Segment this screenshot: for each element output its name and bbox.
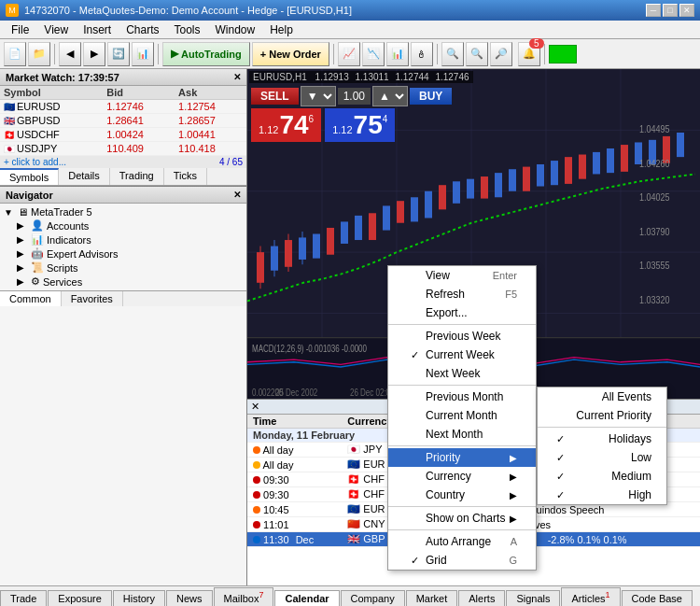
neworder-button[interactable]: + New Order <box>252 42 329 66</box>
market-watch-close[interactable]: ✕ <box>233 72 241 82</box>
menu-item-showcharts[interactable]: Show on Charts ▶ <box>388 509 536 528</box>
market-watch-row[interactable]: 🇨🇭USDCHF 1.00424 1.00441 <box>0 128 246 142</box>
close-button[interactable]: ✕ <box>679 4 694 17</box>
menu-file[interactable]: File <box>4 21 36 38</box>
nav-tab-favorites[interactable]: Favorites <box>62 291 123 306</box>
mw-tab-ticks[interactable]: Ticks <box>164 168 207 185</box>
toolbar-btn-3[interactable]: 🔄 <box>107 42 130 66</box>
toolbar-sep-4 <box>437 44 438 64</box>
bottom-tab-exposure[interactable]: Exposure <box>48 590 111 606</box>
nav-item-indicators[interactable]: ▶📊Indicators <box>2 233 245 247</box>
menu-charts[interactable]: Charts <box>119 21 166 38</box>
submenu-arrow: ▶ <box>510 472 517 482</box>
menu-item-nextweek[interactable]: Next Week <box>388 364 536 383</box>
mw-tab-details[interactable]: Details <box>59 168 110 185</box>
menu-item-priority[interactable]: Priority ▶ <box>388 448 536 467</box>
mw-tab-trading[interactable]: Trading <box>110 168 164 185</box>
menu-item-currmonth[interactable]: Current Month <box>388 406 536 425</box>
left-panel: Market Watch: 17:39:57 ✕ Symbol Bid Ask … <box>0 69 247 585</box>
toolbar-forward[interactable]: ▶ <box>83 42 105 66</box>
toolbar-chart-4[interactable]: 🕯 <box>411 42 433 66</box>
menu-item-nextmonth[interactable]: Next Month <box>388 425 536 444</box>
menu-item-autoarrange[interactable]: Auto Arrange A <box>388 532 536 551</box>
market-watch-row[interactable]: 🇬🇧GBPUSD 1.28641 1.28657 <box>0 114 246 128</box>
bottom-tab-mailbox[interactable]: Mailbox7 <box>214 587 274 606</box>
nav-item-services[interactable]: ▶⚙Services <box>2 275 245 289</box>
main-content: Market Watch: 17:39:57 ✕ Symbol Bid Ask … <box>0 69 700 585</box>
submenu-item-holidays[interactable]: ✓ Holidays <box>538 430 666 448</box>
menu-item-currency[interactable]: Currency ▶ <box>388 467 536 486</box>
toolbar-chart-3[interactable]: 📊 <box>386 42 409 66</box>
menu-item-export[interactable]: Export... <box>388 303 536 322</box>
toolbar-chart-2[interactable]: 📉 <box>362 42 385 66</box>
menu-tools[interactable]: Tools <box>167 21 208 38</box>
expand-icon: ▶ <box>17 276 28 287</box>
col-symbol: Symbol <box>0 86 103 100</box>
menu-divider <box>388 506 536 507</box>
menu-window[interactable]: Window <box>208 21 263 38</box>
svg-rect-40 <box>621 145 628 172</box>
toolbar-open[interactable]: 📁 <box>28 42 50 66</box>
bottom-tab-news[interactable]: News <box>166 590 213 606</box>
navigator-close[interactable]: ✕ <box>233 190 241 200</box>
submenu-check: ✓ <box>553 452 567 464</box>
toolbar-back[interactable]: ◀ <box>59 42 81 66</box>
menu-item-grid[interactable]: ✓ Grid G <box>388 551 536 570</box>
nav-item-expert-advisors[interactable]: ▶🤖Expert Advisors <box>2 247 245 261</box>
submenu-item-low[interactable]: ✓ Low <box>538 448 666 467</box>
toolbar-chart-1[interactable]: 📈 <box>338 42 360 66</box>
mw-tab-symbols[interactable]: Symbols <box>0 168 59 185</box>
autotrading-button[interactable]: ▶ AutoTrading <box>162 42 250 66</box>
menu-item-refresh[interactable]: Refresh F5 <box>388 285 536 303</box>
title-text: 14732070 - MetaQuotes-Demo: Demo Account… <box>24 5 352 16</box>
bottom-tab-trade[interactable]: Trade <box>0 590 47 606</box>
bottom-tab-company[interactable]: Company <box>341 590 405 606</box>
bottom-tab-signals[interactable]: Signals <box>506 590 560 606</box>
menu-item-prevweek[interactable]: Previous Week <box>388 327 536 345</box>
maximize-button[interactable]: □ <box>663 4 678 17</box>
nav-item-scripts[interactable]: ▶📜Scripts <box>2 261 245 275</box>
minimize-button[interactable]: ─ <box>646 4 661 17</box>
submenu-item-currpriority[interactable]: Current Priority <box>538 406 666 425</box>
toolbar-new[interactable]: 📄 <box>4 42 26 66</box>
sell-price-selector[interactable]: ▼ <box>301 86 336 106</box>
trade-controls: SELL ▼ 1.00 ▲ BUY 1.12 74 <box>251 86 452 142</box>
menu-item-view[interactable]: View Enter <box>388 266 536 285</box>
bottom-tab-calendar[interactable]: Calendar <box>274 590 339 606</box>
menu-view[interactable]: View <box>36 21 76 38</box>
bottom-tab-alerts[interactable]: Alerts <box>458 590 505 606</box>
close-events-icon[interactable]: ✕ <box>251 401 259 413</box>
bottom-tab-code-base[interactable]: Code Base <box>622 590 693 606</box>
submenu-item-high[interactable]: ✓ High <box>538 486 666 504</box>
bottom-tab-history[interactable]: History <box>113 590 165 606</box>
menu-item-prevmonth[interactable]: Previous Month <box>388 388 536 406</box>
bottom-tab-articles[interactable]: Articles1 <box>561 587 620 606</box>
submenu-item-medium[interactable]: ✓ Medium <box>538 467 666 486</box>
toolbar-zoom-in[interactable]: 🔍 <box>441 42 464 66</box>
bottom-tab-market[interactable]: Market <box>406 590 458 606</box>
market-watch-row[interactable]: 🇯🇵USDJPY 110.409 110.418 <box>0 142 246 156</box>
nav-item-accounts[interactable]: ▶👤Accounts <box>2 218 245 233</box>
toolbar-btn-4[interactable]: 📊 <box>132 42 154 66</box>
time-cell: 09:30 <box>247 472 342 487</box>
nav-item-metatrader-5[interactable]: ▼🖥MetaTrader 5 <box>2 205 245 218</box>
time-cell: 11:30 Dec <box>247 532 342 547</box>
add-symbol-link[interactable]: + click to add... <box>4 157 66 167</box>
market-watch-row[interactable]: 🇪🇺EURUSD 1.12746 1.12754 <box>0 100 246 114</box>
menu-help[interactable]: Help <box>262 21 301 38</box>
toolbar-zoom-out[interactable]: 🔍 <box>466 42 488 66</box>
svg-text:1.04260: 1.04260 <box>639 157 670 168</box>
tab-label: News <box>176 593 203 604</box>
toolbar-search[interactable]: 🔎 <box>490 42 512 66</box>
menu-item-currweek[interactable]: ✓ Current Week <box>388 345 536 364</box>
buy-price-selector[interactable]: ▲ <box>372 86 408 106</box>
menu-label: Previous Month <box>426 390 503 403</box>
sell-button[interactable]: SELL <box>251 88 299 105</box>
menu-shortcut: G <box>509 555 517 566</box>
buy-button[interactable]: BUY <box>410 88 452 105</box>
menu-insert[interactable]: Insert <box>76 21 119 38</box>
navigator-tabs: Common Favorites <box>0 290 246 306</box>
nav-tab-common[interactable]: Common <box>0 291 62 306</box>
submenu-item-allevents[interactable]: All Events <box>538 388 666 406</box>
menu-item-country[interactable]: Country ▶ <box>388 486 536 504</box>
